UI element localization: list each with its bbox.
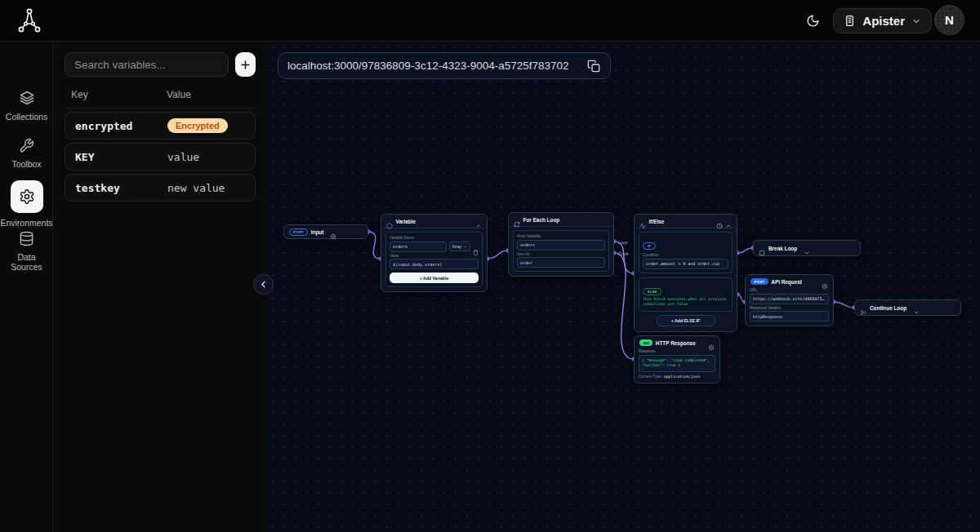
- node-continue-loop[interactable]: Continue Loop: [854, 299, 961, 316]
- table-row[interactable]: encrypted Encrypted: [65, 112, 256, 140]
- port-label-loop: Loop: [618, 240, 628, 245]
- item-as-input[interactable]: order: [517, 257, 605, 268]
- chevron-down-icon: [911, 16, 921, 26]
- field-label: Response Variable: [750, 306, 829, 310]
- node-title: If/Else: [649, 219, 665, 224]
- app-logo-icon: [16, 7, 42, 33]
- user-avatar[interactable]: N: [934, 5, 964, 35]
- field-label: URL:: [750, 288, 829, 292]
- add-variable-button[interactable]: [235, 52, 256, 77]
- field-label: Item As:: [517, 252, 605, 256]
- node-variable[interactable]: Variable Variable Name: orders Array: [381, 214, 488, 292]
- table-row[interactable]: testkey new value: [65, 174, 256, 202]
- add-variable-node-button[interactable]: + Add Variable: [390, 273, 479, 283]
- copy-icon: [587, 60, 600, 73]
- field-label: Condition:: [643, 253, 728, 257]
- field-label: Value:: [390, 254, 479, 258]
- node-api-request[interactable]: POST API Request URL: https://webhook.si…: [745, 274, 834, 326]
- variable-value-input[interactable]: $(input.body.orders): [390, 259, 479, 269]
- port-label-done: Done: [618, 251, 629, 256]
- node-break-loop[interactable]: Break Loop: [753, 240, 861, 256]
- sidebar-item-label: Collections: [6, 112, 47, 122]
- node-if-else[interactable]: If/Else IF Condition: order.amount > 0 a…: [634, 214, 737, 332]
- table-row[interactable]: KEY value: [65, 143, 256, 171]
- sidebar-item-environments[interactable]: Environments: [0, 180, 53, 228]
- endpoint-url-bar[interactable]: localhost:3000/97836809-3c12-4323-9004-a…: [278, 52, 611, 79]
- gear-icon[interactable]: [330, 228, 336, 235]
- gear-icon: [11, 180, 43, 213]
- workspace-switcher[interactable]: Apister: [833, 8, 932, 33]
- variable-value: value: [167, 151, 199, 163]
- field-label: Variable Name:: [390, 236, 479, 240]
- endpoint-url: localhost:3000/97836809-3c12-4323-9004-a…: [287, 60, 580, 72]
- node-http-response[interactable]: 200 HTTP Response Response { "message": …: [634, 335, 720, 383]
- chevron-down-icon[interactable]: [913, 304, 920, 311]
- if-badge: IF: [643, 242, 656, 250]
- moon-icon: [806, 14, 820, 28]
- encrypted-badge: Encrypted: [167, 118, 228, 133]
- chevron-up-icon[interactable]: [475, 218, 482, 224]
- status-badge: 200: [639, 339, 653, 346]
- node-title: For Each Loop: [523, 217, 560, 223]
- sidebar-item-collections[interactable]: Collections: [0, 89, 53, 122]
- node-for-each-loop[interactable]: For Each Loop Array Variable: orders Ite…: [508, 212, 614, 277]
- sidebar-item-data-sources[interactable]: Data Sources: [0, 229, 53, 272]
- variable-key: KEY: [75, 151, 167, 163]
- plus-icon: [239, 59, 252, 71]
- trash-icon[interactable]: [473, 244, 479, 250]
- else-description: This block executes when all previous co…: [643, 297, 728, 308]
- workflow-canvas[interactable]: Loop Done localhost:3000/97836809-3c12-4…: [267, 42, 980, 532]
- content-type-value: application/json: [664, 375, 700, 379]
- chevron-up-icon[interactable]: [725, 218, 732, 224]
- connection-wires: Loop Done: [267, 42, 980, 532]
- variable-box-icon: [386, 218, 393, 224]
- layers-icon: [18, 89, 36, 107]
- activity-icon: [639, 218, 646, 224]
- copy-url-button[interactable]: [586, 59, 601, 73]
- sidebar-item-label: Toolbox: [11, 159, 41, 169]
- sidebar-item-label: Environments: [0, 218, 52, 228]
- panel-collapse-button[interactable]: [253, 274, 274, 295]
- top-bar: Apister N: [0, 0, 980, 42]
- clock-icon[interactable]: [716, 218, 723, 224]
- response-variable-input[interactable]: httpResponse: [750, 311, 829, 321]
- app-window: Apister N Collections Toolbox Environmen…: [0, 0, 980, 532]
- node-title: Continue Loop: [870, 305, 906, 311]
- sidebar-item-label: Data Sources: [6, 252, 48, 272]
- else-badge: ELSE: [643, 288, 662, 295]
- node-input[interactable]: POST Input: [283, 224, 368, 239]
- field-label: Response: [639, 349, 715, 353]
- node-title: API Request: [771, 279, 802, 285]
- stop-square-icon: [759, 245, 765, 251]
- content-type-label: Content-Type:: [639, 375, 662, 379]
- gear-icon[interactable]: [708, 339, 715, 346]
- array-variable-input[interactable]: orders: [517, 240, 605, 250]
- variable-type-select[interactable]: Array: [449, 242, 470, 251]
- node-title: Break Loop: [768, 246, 797, 251]
- node-title: Input: [311, 229, 324, 235]
- dark-mode-toggle[interactable]: [802, 10, 823, 31]
- table-divider: [65, 108, 256, 109]
- response-body: { "message": "Loop completed", "success"…: [639, 355, 715, 373]
- request-url-input[interactable]: https://webhook.site/d4684f3…: [750, 294, 829, 304]
- nav-sidebar: Collections Toolbox Environments Data So…: [0, 42, 53, 532]
- gear-icon[interactable]: [822, 278, 828, 285]
- variable-key: encrypted: [75, 120, 167, 132]
- node-title: Variable: [396, 219, 416, 224]
- workspace-name: Apister: [862, 14, 905, 28]
- chevron-down-icon[interactable]: [804, 245, 810, 251]
- search-input[interactable]: [65, 52, 229, 77]
- variables-panel: Key Value encrypted Encrypted KEY value …: [53, 42, 267, 532]
- key-column-header: Key: [71, 89, 167, 100]
- condition-input[interactable]: order.amount > 0 and order.cus: [643, 259, 728, 269]
- avatar-initial: N: [945, 13, 954, 27]
- wrench-icon: [18, 136, 36, 154]
- add-else-if-button[interactable]: + Add ELSE IF: [657, 315, 715, 326]
- skip-forward-icon: [860, 304, 866, 311]
- sidebar-item-toolbox[interactable]: Toolbox: [0, 136, 53, 169]
- method-badge: POST: [751, 278, 768, 285]
- variable-key: testkey: [75, 182, 167, 194]
- field-label: Array Variable:: [517, 234, 605, 238]
- database-icon: [18, 229, 36, 247]
- variable-name-input[interactable]: orders: [390, 242, 447, 252]
